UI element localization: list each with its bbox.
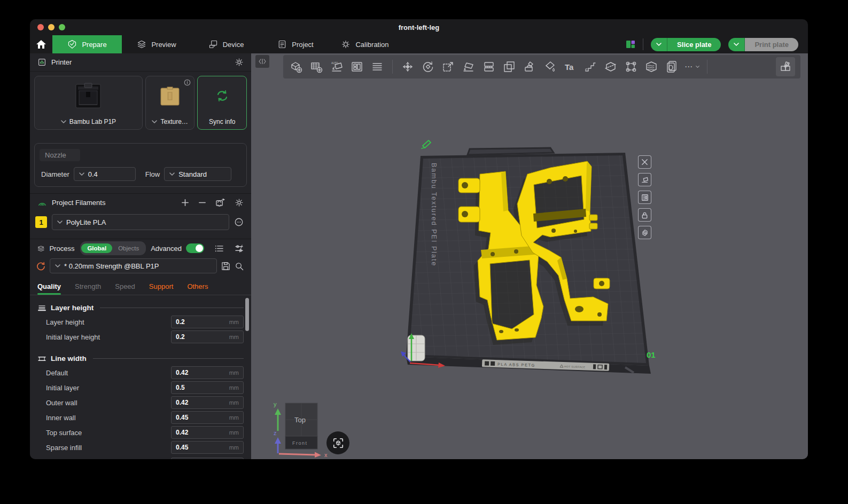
view-all-settings-button[interactable] — [215, 245, 224, 253]
preset-dropdown[interactable]: * 0.20mm Strength @BBL P1P — [50, 258, 217, 273]
process-tabs: Quality Strength Speed Support Others — [30, 278, 251, 295]
auto-orient-button[interactable]: AUTO — [329, 59, 344, 74]
cut-tool-button[interactable] — [603, 59, 618, 74]
seam-painting-button[interactable] — [522, 59, 537, 74]
flow-dropdown[interactable]: Standard — [164, 167, 231, 181]
remove-filament-button[interactable] — [198, 199, 206, 207]
add-filament-button[interactable] — [181, 199, 189, 207]
settings-scroll-area[interactable]: Layer height Layer height 0.2 mm Initial… — [30, 295, 251, 459]
nozzle-tab[interactable]: Nozzle — [40, 149, 80, 161]
clone-button[interactable] — [502, 59, 517, 74]
orient-plate-button[interactable] — [638, 173, 651, 186]
filament-slot-badge[interactable]: 1 — [35, 216, 47, 228]
support-painting-button[interactable] — [624, 59, 639, 74]
slice-options-button[interactable] — [651, 38, 667, 51]
lock-plate-button[interactable] — [638, 208, 651, 222]
add-object-button[interactable] — [289, 59, 304, 74]
print-options-button[interactable] — [728, 38, 745, 51]
home-button[interactable] — [30, 35, 52, 53]
slice-plate-button[interactable]: Slice plate — [667, 38, 721, 51]
arrange-plate-button[interactable] — [638, 191, 651, 204]
process-icon — [37, 244, 44, 253]
setting-input[interactable]: 0.2 mm — [171, 316, 244, 328]
section-layer-height: Layer height — [37, 304, 244, 312]
place-on-face-button[interactable] — [461, 59, 476, 74]
compare-presets-button[interactable] — [235, 245, 244, 253]
setting-input[interactable]: 0.42 mm — [171, 426, 244, 439]
plate-type-card[interactable]: Texture… — [145, 76, 195, 130]
setting-input[interactable]: 0.45 mm — [171, 411, 244, 424]
plate-card-caption: Texture… — [152, 118, 188, 125]
filament-dropdown[interactable]: PolyLite PLA — [52, 214, 229, 230]
setting-input[interactable]: 0.42 mm — [171, 366, 244, 379]
delete-plate-button[interactable] — [638, 155, 651, 169]
move-tool-button[interactable] — [400, 59, 415, 74]
chevron-down-icon — [79, 172, 84, 176]
setting-input[interactable] — [171, 458, 244, 459]
color-painting-button[interactable] — [542, 59, 557, 74]
tab-prepare[interactable]: Prepare — [52, 35, 122, 53]
tab-preview[interactable]: Preview — [122, 35, 191, 53]
height-range-button[interactable] — [583, 59, 598, 74]
zoom-to-fit-button[interactable] — [326, 431, 349, 454]
edit-plate-name-icon[interactable] — [422, 140, 431, 148]
diameter-dropdown[interactable]: 0.4 — [74, 167, 136, 181]
plate-settings-button[interactable] — [638, 226, 651, 239]
printer-settings-button[interactable] — [235, 58, 244, 67]
scale-tool-button[interactable] — [441, 59, 456, 74]
filaments-title: Project Filaments — [52, 199, 176, 207]
setting-label: Outer wall — [46, 399, 171, 407]
assembly-view-button[interactable] — [776, 57, 795, 76]
sync-ams-button[interactable] — [215, 198, 225, 207]
viewport-3d[interactable]: AUTO Ta ⋯ — [251, 53, 808, 459]
toolbar-divider — [707, 60, 707, 74]
tab-project[interactable]: Project — [261, 35, 330, 53]
setting-row-clipped — [46, 458, 244, 459]
panel-scrollbar[interactable] — [245, 298, 249, 331]
home-icon — [36, 40, 46, 49]
tab-speed[interactable]: Speed — [115, 282, 135, 295]
advanced-toggle[interactable] — [186, 243, 204, 253]
sync-info-card[interactable]: Sync info — [197, 76, 247, 130]
save-preset-button[interactable] — [221, 262, 230, 271]
filament-settings-button[interactable] — [235, 198, 244, 207]
filament-edit-button[interactable] — [234, 217, 244, 227]
tab-calibration[interactable]: Calibration — [330, 35, 400, 53]
text-tool-button[interactable]: Ta — [563, 59, 578, 74]
arrange-button[interactable] — [349, 59, 364, 74]
tab-others[interactable]: Others — [187, 282, 208, 295]
setting-input[interactable]: 0.42 mm — [171, 396, 244, 409]
split-objects-button[interactable] — [481, 59, 496, 74]
reset-icon — [36, 262, 45, 271]
printer-card-caption: Bambu Lab P1P — [61, 118, 116, 125]
printer-card[interactable]: Bambu Lab P1P — [34, 76, 143, 130]
rotate-tool-button[interactable] — [421, 59, 435, 74]
tab-strength[interactable]: Strength — [75, 282, 101, 295]
layout-preview-icon[interactable] — [626, 40, 635, 49]
tab-device[interactable]: Device — [191, 35, 261, 53]
reset-preset-button[interactable] — [36, 262, 45, 271]
tabbar-right: Slice plate Print plate — [626, 35, 808, 53]
more-tools-button[interactable]: ⋯ — [684, 59, 699, 74]
variable-layer-height-button[interactable] — [644, 59, 659, 74]
search-icon — [235, 262, 244, 271]
scope-global[interactable]: Global — [81, 243, 112, 253]
mesh-boolean-button[interactable] — [664, 59, 679, 74]
scope-objects[interactable]: Objects — [112, 243, 145, 253]
info-icon[interactable] — [184, 79, 191, 86]
process-header: Process Global Objects Advanced — [30, 239, 251, 257]
collapse-sidebar-button[interactable] — [255, 55, 269, 68]
setting-input[interactable]: 0.5 mm — [171, 381, 244, 394]
advanced-label: Advanced — [151, 245, 182, 253]
object-list-button[interactable] — [370, 59, 385, 74]
setting-row: Default 0.42 mm — [46, 367, 244, 379]
viewport-toolbar: AUTO Ta ⋯ — [283, 55, 800, 78]
print-plate-button[interactable]: Print plate — [745, 38, 798, 51]
setting-input[interactable]: 0.2 mm — [171, 330, 244, 343]
wipe-tower[interactable] — [408, 335, 425, 361]
add-plate-button[interactable] — [309, 59, 324, 74]
tab-support[interactable]: Support — [149, 282, 174, 295]
tab-quality[interactable]: Quality — [37, 282, 61, 295]
setting-input[interactable]: 0.45 mm — [171, 441, 244, 454]
search-settings-button[interactable] — [235, 262, 244, 271]
